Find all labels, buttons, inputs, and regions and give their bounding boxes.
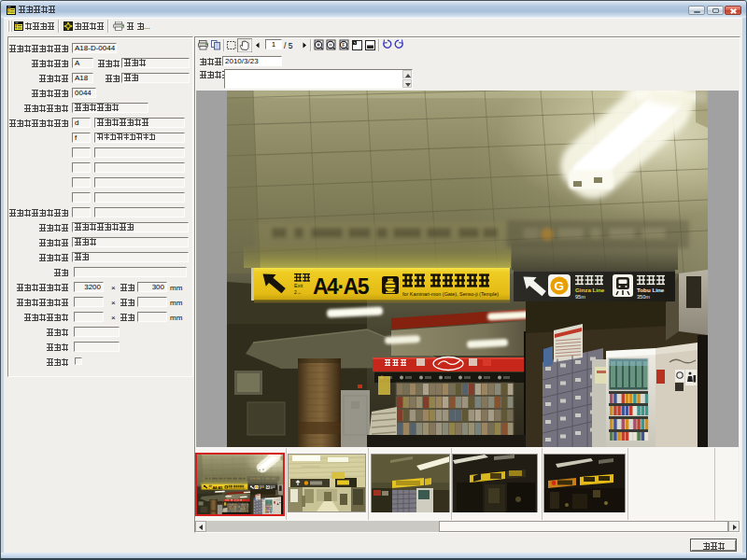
svg-text:F: F (342, 43, 345, 48)
svg-text:Exit: Exit (294, 283, 303, 288)
svg-text:95m: 95m (575, 294, 585, 300)
svg-text:Ginza Line: Ginza Line (575, 287, 605, 293)
svg-text:for Kaminari-mon (Gate), Senso: for Kaminari-mon (Gate), Senso-ji (Templ… (402, 291, 499, 297)
svg-text:2→: 2→ (294, 289, 302, 295)
svg-text:A4·A5: A4·A5 (313, 274, 370, 299)
svg-text:G: G (555, 279, 565, 293)
svg-text:350m: 350m (637, 294, 650, 300)
svg-text:Tobu Line: Tobu Line (637, 287, 665, 293)
